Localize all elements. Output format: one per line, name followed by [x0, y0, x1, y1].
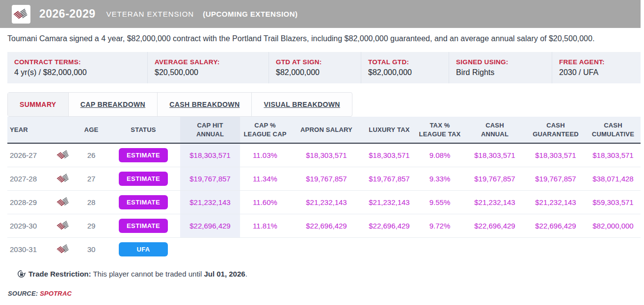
- term-contract-terms: CONTRACT TERMS: 4 yr(s) / $82,000,000: [7, 52, 147, 83]
- cell-luxury-tax: $21,232,143: [363, 190, 416, 214]
- col-header-cap-pct: CAP % LEAGUE CAP: [240, 117, 290, 143]
- cell-cash-guaranteed: $22,696,429: [526, 214, 586, 237]
- tab-summary[interactable]: SUMMARY: [8, 93, 69, 116]
- term-total-gtd: TOTAL GTD: $82,000,000: [361, 52, 449, 83]
- cell-tax-pct: 9.55%: [416, 190, 464, 214]
- term-value: $20,500,000: [155, 68, 268, 77]
- term-value: 2030 / UFA: [559, 68, 641, 77]
- col-header-status: STATUS: [107, 117, 180, 143]
- tab-visual-breakdown[interactable]: VISUAL BREAKDOWN: [252, 93, 351, 116]
- table-row: 2027-28 27 ESTIMATE $19,767,857 11.34% $…: [7, 167, 641, 190]
- table-row: 2028-29 28 ESTIMATE $21,232,143 11.60% $…: [7, 190, 641, 214]
- term-label: FREE AGENT:: [559, 58, 641, 66]
- status-badge: ESTIMATE: [119, 148, 168, 162]
- contract-note-label: (UPCOMING EXTENSION): [203, 10, 297, 18]
- cell-cap-hit: $18,303,571: [180, 143, 240, 167]
- trail-blazers-logo-icon: [14, 7, 28, 22]
- term-value: $82,000,000: [276, 68, 361, 77]
- cell-status: ESTIMATE: [107, 167, 180, 190]
- table-row: 2030-31 30 UFA: [7, 237, 641, 261]
- trade-lock-icon: [17, 270, 26, 278]
- col-header-tax-pct: TAX % LEAGUE TAX: [416, 117, 464, 143]
- trail-blazers-logo-icon: [57, 219, 70, 232]
- cell-cash-annual: $21,232,143: [464, 190, 526, 214]
- cell-cap-pct: [240, 237, 290, 261]
- trail-blazers-logo-icon: [57, 196, 70, 208]
- team-logo-cell: [51, 214, 76, 237]
- contract-summary-sentence: Toumani Camara signed a 4 year, $82,000,…: [7, 34, 641, 43]
- status-badge: UFA: [119, 242, 168, 256]
- table-row: 2029-30 29 ESTIMATE $22,696,429 11.81% $…: [7, 214, 641, 237]
- tab-cap-breakdown[interactable]: CAP BREAKDOWN: [69, 93, 158, 116]
- spotrac-link[interactable]: SPOTRAC: [40, 290, 72, 297]
- cell-apron-salary: [290, 237, 363, 261]
- breakdown-tabs: SUMMARY CAP BREAKDOWN CASH BREAKDOWN VIS…: [7, 92, 352, 117]
- status-badge: ESTIMATE: [119, 219, 168, 233]
- term-label: SIGNED USING:: [456, 58, 552, 66]
- col-header-team: [51, 117, 76, 143]
- cell-status: UFA: [107, 237, 180, 261]
- cell-cap-hit: $19,767,857: [180, 167, 240, 190]
- status-badge: ESTIMATE: [119, 195, 168, 209]
- team-logo-cell: [51, 190, 76, 214]
- trade-restriction-note: Trade Restriction: This player cannot be…: [17, 270, 641, 278]
- contract-terms-strip: CONTRACT TERMS: 4 yr(s) / $82,000,000 AV…: [7, 52, 641, 83]
- trail-blazers-logo-icon: [57, 243, 70, 255]
- team-logo-cell: [51, 167, 76, 190]
- cell-cash-cumulative: $38,071,428: [586, 167, 641, 190]
- cell-apron-salary: $18,303,571: [290, 143, 363, 167]
- cell-year: 2027-28: [7, 167, 51, 190]
- col-header-cash-guaranteed: CASH GUARANTEED: [526, 117, 586, 143]
- term-value: $82,000,000: [368, 68, 449, 77]
- term-average-salary: AVERAGE SALARY: $20,500,000: [147, 52, 268, 83]
- contract-years: 2026-2029: [39, 7, 96, 21]
- trade-restriction-period: .: [245, 270, 247, 278]
- cell-cash-annual: $19,767,857: [464, 167, 526, 190]
- cell-cap-hit: [180, 237, 240, 261]
- cell-tax-pct: [416, 237, 464, 261]
- status-badge: ESTIMATE: [119, 172, 168, 186]
- cell-cash-guaranteed: $21,232,143: [526, 190, 586, 214]
- term-label: TOTAL GTD:: [368, 58, 449, 66]
- tab-cash-breakdown[interactable]: CASH BREAKDOWN: [158, 93, 252, 116]
- cell-cash-cumulative: $82,000,000: [586, 214, 641, 237]
- source-line: SOURCE: SPOTRAC: [8, 290, 641, 297]
- team-logo-box: [12, 5, 30, 24]
- cell-status: ESTIMATE: [107, 214, 180, 237]
- term-signed-using: SIGNED USING: Bird Rights: [449, 52, 552, 83]
- cell-cap-pct: 11.03%: [240, 143, 290, 167]
- term-free-agent: FREE AGENT: 2030 / UFA: [552, 52, 641, 83]
- cell-cap-hit: $22,696,429: [180, 214, 240, 237]
- col-header-cash-cumulative: CASH CUMULATIVE: [586, 117, 641, 143]
- trail-blazers-logo-icon: [57, 172, 70, 185]
- cell-age: 29: [76, 214, 107, 237]
- cell-tax-pct: 9.08%: [416, 143, 464, 167]
- cell-tax-pct: 9.33%: [416, 167, 464, 190]
- col-header-age: AGE: [76, 117, 107, 143]
- cell-age: 28: [76, 190, 107, 214]
- col-header-luxury-tax: LUXURY TAX: [363, 117, 416, 143]
- salary-table: YEAR AGE STATUS CAP HIT ANNUAL CAP % LEA…: [7, 117, 641, 261]
- source-label: SOURCE:: [8, 290, 40, 297]
- contract-header-banner: 2026-2029 VETERAN EXTENSION (UPCOMING EX…: [0, 0, 641, 28]
- trade-restriction-label: Trade Restriction:: [28, 270, 91, 278]
- table-header-row: YEAR AGE STATUS CAP HIT ANNUAL CAP % LEA…: [7, 117, 641, 143]
- cell-luxury-tax: $18,303,571: [363, 143, 416, 167]
- table-row: 2026-27 26 ESTIMATE $18,303,571 11.03% $…: [7, 143, 641, 167]
- cell-apron-salary: $22,696,429: [290, 214, 363, 237]
- cell-cash-cumulative: $18,303,571: [586, 143, 641, 167]
- cell-cash-guaranteed: [526, 237, 586, 261]
- col-header-cap-hit: CAP HIT ANNUAL: [180, 117, 240, 143]
- team-logo-cell: [51, 143, 76, 167]
- cell-cap-pct: 11.81%: [240, 214, 290, 237]
- trail-blazers-logo-icon: [57, 149, 70, 161]
- trade-restriction-date: Jul 01, 2026: [204, 270, 245, 278]
- cell-status: ESTIMATE: [107, 143, 180, 167]
- cell-age: 26: [76, 143, 107, 167]
- cell-cash-annual: $18,303,571: [464, 143, 526, 167]
- col-header-cash-annual: CASH ANNUAL: [464, 117, 526, 143]
- cell-cap-hit: $21,232,143: [180, 190, 240, 214]
- cell-luxury-tax: [363, 237, 416, 261]
- cell-year: 2028-29: [7, 190, 51, 214]
- cell-age: 30: [76, 237, 107, 261]
